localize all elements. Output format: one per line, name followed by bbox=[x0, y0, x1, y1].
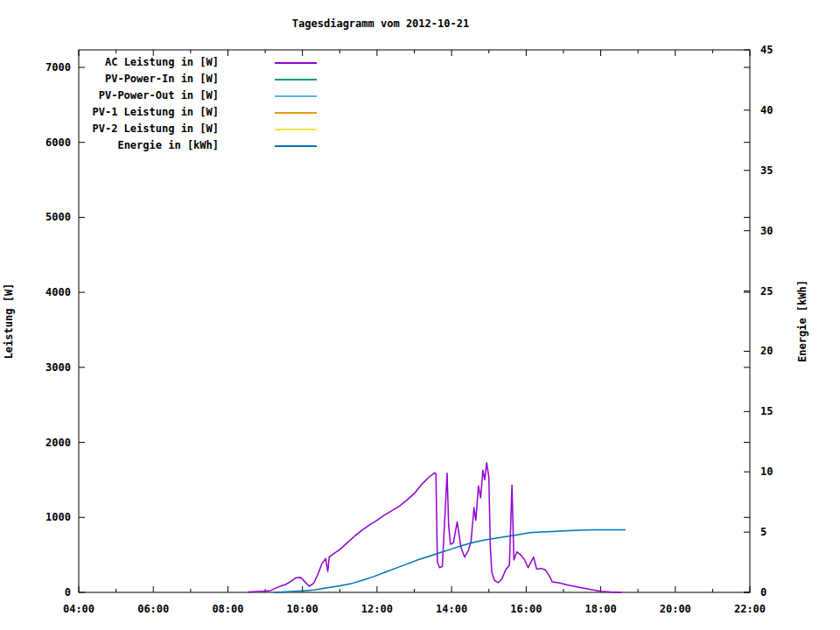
legend-label: PV-Power-Out in [W] bbox=[0, 88, 219, 104]
legend-label: PV-1 Leistung in [W] bbox=[0, 104, 219, 121]
chart-canvas: Tagesdiagramm vom 2012-10-21 Leistung [W… bbox=[0, 0, 840, 630]
legend-line-sample bbox=[275, 129, 317, 130]
legend-row: Energie in [kWh] bbox=[0, 137, 332, 154]
legend-label: Energie in [kWh] bbox=[0, 137, 219, 154]
legend-label: PV-Power-In in [W] bbox=[0, 71, 219, 88]
legend-row: PV-Power-In in [W] bbox=[0, 71, 332, 88]
y-right-tick-label: 25 bbox=[760, 285, 773, 298]
y-left-tick-label: 4000 bbox=[46, 286, 71, 298]
x-tick-label: 22:00 bbox=[734, 603, 766, 615]
y-left-tick-label: 1000 bbox=[46, 511, 71, 523]
y-right-tick-label: 30 bbox=[760, 225, 773, 237]
y-right-tick-label: 0 bbox=[760, 586, 766, 598]
y-right-tick-label: 5 bbox=[760, 526, 766, 538]
legend-row: PV-1 Leistung in [W] bbox=[0, 104, 332, 121]
legend-line-sample bbox=[275, 62, 317, 64]
series-ac-leistung-in-w- bbox=[248, 463, 621, 592]
x-tick-label: 04:00 bbox=[63, 603, 94, 615]
legend-line-sample bbox=[275, 95, 317, 97]
y-left-tick-label: 2000 bbox=[46, 437, 71, 449]
x-tick-label: 18:00 bbox=[584, 603, 616, 615]
y-right-tick-label: 15 bbox=[760, 405, 773, 417]
legend-line-sample bbox=[275, 112, 317, 114]
x-tick-label: 12:00 bbox=[361, 603, 393, 615]
x-tick-label: 20:00 bbox=[660, 603, 691, 615]
y-right-tick-label: 35 bbox=[760, 164, 773, 177]
legend-row: AC Leistung in [W] bbox=[0, 54, 332, 71]
x-tick-label: 06:00 bbox=[137, 603, 169, 615]
x-tick-label: 10:00 bbox=[287, 603, 318, 615]
x-tick-label: 14:00 bbox=[436, 603, 467, 615]
y-left-tick-label: 5000 bbox=[46, 211, 71, 223]
x-tick-label: 16:00 bbox=[510, 603, 542, 615]
legend-row: PV-2 Leistung in [W] bbox=[0, 121, 332, 137]
y-left-tick-label: 0 bbox=[65, 586, 71, 598]
legend-label: AC Leistung in [W] bbox=[0, 54, 219, 71]
y-left-tick-label: 3000 bbox=[46, 361, 71, 374]
y-right-tick-label: 10 bbox=[760, 466, 773, 478]
y-right-tick-label: 20 bbox=[760, 345, 773, 357]
legend-label: PV-2 Leistung in [W] bbox=[0, 121, 219, 137]
legend-line-sample bbox=[275, 79, 317, 80]
x-tick-label: 08:00 bbox=[212, 603, 243, 615]
y-right-tick-label: 45 bbox=[760, 44, 773, 56]
legend-line-sample bbox=[275, 145, 317, 147]
y-right-tick-label: 40 bbox=[760, 104, 773, 116]
legend-row: PV-Power-Out in [W] bbox=[0, 88, 332, 104]
legend: AC Leistung in [W]PV-Power-In in [W]PV-P… bbox=[0, 54, 332, 154]
